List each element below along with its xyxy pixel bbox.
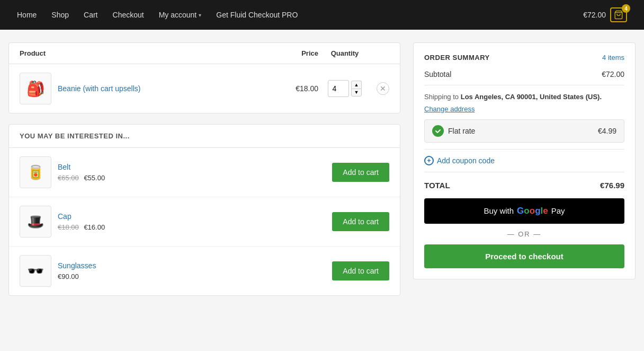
flat-rate-label: Flat rate: [448, 127, 475, 135]
nav-home[interactable]: Home: [17, 11, 37, 19]
upsell-cap-prices: €18.00 €16.00: [58, 223, 105, 231]
shipping-option-flat-rate[interactable]: Flat rate €4.99: [424, 119, 624, 143]
upsell-belt-add-to-cart-btn[interactable]: Add to cart: [332, 163, 389, 182]
upsell-cap-image: 🎩: [20, 206, 51, 238]
upsell-sunglasses-emoji: 🕶️: [27, 263, 44, 279]
coupon-plus-icon: +: [424, 156, 434, 165]
check-circle-icon: [432, 125, 444, 137]
upsell-sunglasses-add-to-cart-btn[interactable]: Add to cart: [332, 261, 389, 280]
divider-1: [424, 85, 624, 85]
upsell-belt-old-price: €65.00: [58, 174, 79, 182]
checkmark-icon: [435, 128, 441, 134]
flat-rate-price: €4.99: [598, 127, 616, 135]
right-panel: ORDER SUMMARY 4 items Subtotal €72.00 Sh…: [413, 42, 636, 279]
summary-subtotal-row: Subtotal €72.00: [424, 70, 624, 78]
qty-increment-btn[interactable]: ▲: [351, 81, 362, 89]
upsell-belt-image: 🥫: [20, 156, 51, 188]
change-address-link[interactable]: Change address: [424, 105, 475, 113]
cart-item-qty-wrap: ▲ ▼: [318, 80, 371, 97]
upsell-cap-old-price: €18.00: [58, 223, 79, 231]
shipping-text: Shipping to Los Angeles, CA 90001, Unite…: [424, 92, 624, 102]
upsell-cap-emoji: 🎩: [27, 214, 44, 230]
qty-decrement-btn[interactable]: ▼: [351, 89, 362, 96]
coupon-label: Add coupon code: [437, 156, 495, 165]
nav-shop[interactable]: Shop: [51, 11, 69, 19]
order-summary: ORDER SUMMARY 4 items Subtotal €72.00 Sh…: [413, 42, 636, 279]
upsell-belt-name[interactable]: Belt: [58, 163, 326, 171]
cart-item-name[interactable]: Beanie (with cart upsells): [58, 84, 271, 93]
left-panel: Product Price Quantity 🎒 Beanie (with ca…: [8, 42, 400, 296]
cart-item-price: €18.00: [271, 84, 318, 93]
cart-table-header: Product Price Quantity: [9, 43, 400, 64]
chevron-down-icon: ▾: [199, 12, 201, 18]
upsells-section: YOU MAY BE INTERESTED IN... 🥫 Belt €65.0…: [8, 124, 400, 296]
upsell-belt-new-price: €55.00: [84, 174, 105, 182]
cart-total-area: €72.00 4: [583, 7, 627, 22]
upsell-cap-new-price: €16.00: [84, 223, 105, 231]
or-divider: — OR —: [424, 230, 624, 238]
total-value: €76.99: [600, 181, 624, 190]
upsell-item-cap: 🎩 Cap €18.00 €16.00 Add to cart: [9, 197, 400, 247]
subtotal-label: Subtotal: [424, 70, 451, 78]
shipping-address: Los Angeles, CA 90001, United States (US…: [461, 93, 602, 101]
upsell-belt-emoji: 🥫: [27, 164, 44, 181]
nav-checkout[interactable]: Checkout: [113, 11, 144, 19]
total-row: TOTAL €76.99: [424, 181, 624, 190]
subtotal-value: €72.00: [602, 70, 624, 78]
navigation: Home Shop Cart Checkout My account ▾ Get…: [0, 0, 644, 30]
summary-items-count: 4 items: [602, 54, 624, 62]
summary-header: ORDER SUMMARY 4 items: [424, 54, 624, 62]
upsell-belt-info: Belt €65.00 €55.00: [58, 163, 326, 182]
cart-total-price: €72.00: [583, 11, 606, 19]
cart-item-row: 🎒 Beanie (with cart upsells) €18.00 ▲ ▼ …: [9, 64, 400, 113]
gpay-e: e: [543, 206, 548, 216]
upsells-header: YOU MAY BE INTERESTED IN...: [9, 125, 400, 148]
gpay-o2: o: [530, 206, 535, 216]
upsell-sunglasses-info: Sunglasses €90.00: [58, 261, 326, 280]
upsell-sunglasses-price: €90.00: [58, 273, 79, 280]
gpay-buywith-text: Buy with: [484, 206, 514, 215]
upsell-belt-prices: €65.00 €55.00: [58, 174, 105, 182]
nav-myaccount[interactable]: My account ▾: [159, 11, 202, 19]
gpay-button[interactable]: Buy with Google Pay: [424, 198, 624, 224]
cart-icon-wrap[interactable]: 4: [610, 7, 627, 22]
divider-3: [424, 172, 624, 172]
upsell-sunglasses-name[interactable]: Sunglasses: [58, 261, 326, 270]
coupon-row[interactable]: + Add coupon code: [424, 156, 624, 165]
col-quantity-header: Quantity: [318, 49, 371, 57]
page-container: Product Price Quantity 🎒 Beanie (with ca…: [0, 30, 644, 309]
cart-table: Product Price Quantity 🎒 Beanie (with ca…: [8, 42, 400, 113]
upsell-sunglasses-price-value: €90.00: [58, 273, 79, 280]
gpay-o1: o: [524, 206, 529, 216]
cart-count-badge: 4: [622, 4, 630, 13]
divider-2: [424, 149, 624, 150]
cart-item-image: 🎒: [20, 73, 51, 104]
qty-stepper: ▲ ▼: [351, 81, 362, 96]
upsell-sunglasses-image: 🕶️: [20, 255, 51, 287]
summary-title: ORDER SUMMARY: [424, 54, 490, 62]
gpay-g: G: [517, 206, 524, 216]
nav-cart[interactable]: Cart: [84, 11, 97, 19]
upsell-item-sunglasses: 🕶️ Sunglasses €90.00 Add to cart: [9, 247, 400, 295]
col-price-header: Price: [271, 49, 318, 57]
nav-pro-link[interactable]: Get Fluid Checkout PRO: [216, 11, 298, 19]
cart-item-remove-btn[interactable]: ✕: [377, 82, 389, 95]
checkout-button[interactable]: Proceed to checkout: [424, 244, 624, 268]
upsell-cap-name[interactable]: Cap: [58, 212, 326, 221]
col-product-header: Product: [20, 49, 271, 57]
cart-item-qty-input[interactable]: [328, 80, 349, 97]
cart-item-emoji: 🎒: [26, 80, 45, 98]
upsell-cap-info: Cap €18.00 €16.00: [58, 212, 326, 231]
total-label: TOTAL: [424, 181, 450, 190]
gpay-pay-text: Pay: [551, 206, 565, 215]
gpay-g2: g: [535, 206, 540, 216]
upsell-item-belt: 🥫 Belt €65.00 €55.00 Add to cart: [9, 148, 400, 197]
shopping-bag-icon: [614, 10, 623, 20]
upsell-cap-add-to-cart-btn[interactable]: Add to cart: [332, 212, 389, 231]
shipping-option-left: Flat rate: [432, 125, 475, 137]
